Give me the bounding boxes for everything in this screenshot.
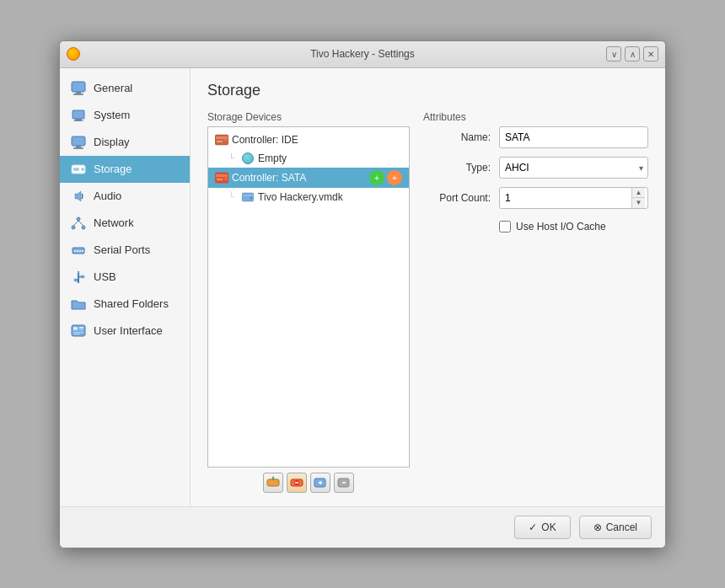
sidebar-item-label-serial-ports: Serial Ports — [94, 243, 150, 256]
storage-devices-panel: Storage Devices — [207, 111, 410, 493]
use-host-io-cache-row: Use Host I/O Cache — [423, 221, 648, 233]
audio-icon — [70, 188, 87, 205]
svg-rect-2 — [73, 94, 83, 95]
tree-item-label-controller-ide: Controller: IDE — [232, 134, 298, 146]
svg-line-16 — [78, 221, 83, 226]
tree-item-controller-ide[interactable]: Controller: IDE — [208, 131, 409, 149]
window-controls: ∨ ∧ ✕ — [606, 46, 658, 61]
sidebar-item-shared-folders[interactable]: Shared Folders — [60, 291, 190, 318]
sidebar-item-label-system: System — [94, 109, 130, 121]
sidebar-item-audio[interactable]: Audio — [60, 183, 190, 210]
svg-rect-5 — [73, 120, 83, 121]
sidebar-item-user-interface[interactable]: User Interface — [60, 318, 190, 345]
sidebar-item-display[interactable]: Display — [60, 129, 190, 156]
tree-toolbar — [207, 468, 410, 493]
spinner-up-button[interactable]: ▲ — [632, 188, 645, 199]
close-button[interactable]: ✕ — [643, 46, 658, 61]
use-host-io-cache-label[interactable]: Use Host I/O Cache — [516, 221, 606, 233]
cancel-button[interactable]: ⊗ Cancel — [579, 516, 652, 539]
sidebar-item-network[interactable]: Network — [60, 210, 190, 237]
name-label: Name: — [423, 131, 499, 143]
add-controller-button[interactable] — [263, 473, 283, 493]
storage-devices-label: Storage Devices — [207, 111, 410, 123]
svg-rect-43 — [243, 195, 253, 196]
sidebar-item-serial-ports[interactable]: Serial Ports — [60, 237, 190, 264]
svg-rect-11 — [73, 168, 79, 171]
titlebar: Tivo Hackery - Settings ∨ ∧ ✕ — [60, 41, 665, 68]
remove-attachment-button[interactable] — [334, 473, 354, 493]
tree-item-label-controller-sata: Controller: SATA — [232, 172, 306, 184]
sidebar: General System — [60, 68, 191, 506]
sidebar-item-label-audio: Audio — [94, 190, 121, 202]
svg-rect-39 — [216, 174, 228, 177]
svg-rect-31 — [79, 329, 83, 330]
svg-point-36 — [224, 138, 228, 142]
sidebar-item-label-storage: Storage — [94, 163, 132, 175]
maximize-button[interactable]: ∧ — [625, 46, 640, 61]
ok-button[interactable]: ✓ OK — [514, 516, 570, 539]
type-row: Type: AHCI LsiLogic BusLogic LSI Logic S… — [423, 157, 648, 179]
sidebar-item-label-display: Display — [94, 136, 130, 148]
sidebar-item-system[interactable]: System — [60, 102, 190, 129]
sidebar-item-label-general: General — [94, 82, 132, 94]
tree-item-vmdk[interactable]: └ Tivo Hackery.vmdk — [208, 188, 409, 206]
tree-item-label-empty: Empty — [258, 152, 287, 164]
app-icon — [67, 47, 80, 61]
svg-point-13 — [72, 226, 75, 229]
svg-point-14 — [82, 226, 85, 229]
sidebar-item-general[interactable]: General — [60, 75, 190, 102]
bottom-bar: ✓ OK ⊗ Cancel — [60, 506, 665, 548]
use-host-io-cache-checkbox[interactable] — [499, 221, 511, 233]
svg-rect-37 — [217, 141, 223, 142]
add-disk-icon[interactable]: + — [369, 170, 384, 185]
type-select[interactable]: AHCI LsiLogic BusLogic LSI Logic SAS vir… — [499, 157, 648, 179]
add-attachment-button[interactable] — [310, 473, 330, 493]
main-panel: Storage Storage Devices — [191, 68, 665, 506]
settings-window: Tivo Hackery - Settings ∨ ∧ ✕ General — [59, 40, 666, 548]
type-select-wrapper: AHCI LsiLogic BusLogic LSI Logic SAS vir… — [499, 157, 648, 179]
tree-item-empty[interactable]: └ Empty — [208, 149, 409, 168]
attributes-label: Attributes — [423, 111, 648, 123]
svg-point-44 — [250, 196, 253, 199]
sidebar-item-label-shared-folders: Shared Folders — [94, 297, 169, 310]
remove-controller-button[interactable] — [287, 473, 307, 493]
svg-rect-25 — [74, 279, 78, 281]
svg-rect-33 — [73, 334, 80, 334]
port-count-input[interactable] — [499, 187, 648, 209]
serial-ports-icon — [70, 242, 87, 259]
spinner-down-button[interactable]: ▼ — [632, 198, 645, 208]
sidebar-item-label-network: Network — [94, 216, 134, 229]
spinner-arrows: ▲ ▼ — [631, 188, 645, 208]
port-count-row: Port Count: ▲ ▼ — [423, 187, 648, 209]
network-icon — [70, 215, 87, 232]
page-title: Storage — [207, 82, 648, 99]
user-interface-icon — [70, 323, 87, 339]
add-optical-icon[interactable]: + — [387, 170, 402, 185]
type-label: Type: — [423, 162, 499, 174]
storage-icon — [70, 161, 87, 178]
system-icon — [70, 107, 87, 124]
svg-rect-32 — [73, 332, 83, 333]
vmdk-icon — [241, 190, 255, 204]
svg-rect-6 — [72, 136, 85, 146]
sidebar-item-usb[interactable]: USB — [60, 264, 190, 291]
sidebar-item-storage[interactable]: Storage — [60, 156, 190, 183]
svg-point-40 — [224, 177, 228, 180]
svg-rect-3 — [72, 110, 84, 119]
svg-rect-1 — [76, 92, 81, 94]
display-icon — [70, 134, 87, 151]
svg-rect-7 — [76, 146, 81, 147]
tree-item-controller-sata[interactable]: Controller: SATA + + — [208, 168, 409, 188]
general-icon — [70, 80, 87, 97]
tree-item-label-vmdk: Tivo Hackery.vmdk — [258, 191, 343, 203]
sidebar-item-label-user-interface: User Interface — [94, 324, 163, 337]
cancel-icon: ⊗ — [593, 521, 602, 533]
minimize-button[interactable]: ∨ — [606, 46, 621, 61]
svg-rect-8 — [73, 147, 83, 149]
shared-folders-icon — [70, 296, 87, 313]
svg-rect-30 — [79, 327, 83, 329]
name-input[interactable] — [499, 126, 648, 148]
device-tree: Controller: IDE └ Empty — [207, 126, 410, 468]
svg-rect-41 — [217, 179, 223, 180]
svg-marker-47 — [271, 476, 275, 479]
